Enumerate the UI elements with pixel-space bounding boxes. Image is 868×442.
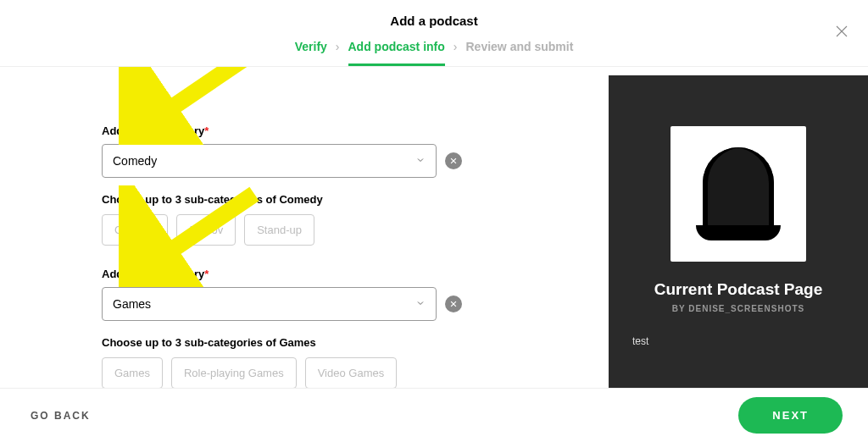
header: Add a podcast Verify › Add podcast info … bbox=[0, 0, 868, 67]
chevron-right-icon: › bbox=[453, 40, 458, 66]
podcast-cover bbox=[670, 126, 806, 262]
required-asterisk: * bbox=[204, 124, 209, 137]
subcat-chip[interactable]: Stand-up bbox=[244, 214, 314, 246]
chevron-right-icon: › bbox=[336, 40, 340, 66]
pop-filter-icon bbox=[696, 147, 781, 240]
subcat-chip[interactable]: Games bbox=[102, 357, 163, 389]
category2-sub-label: Choose up to 3 sub-categories of Games bbox=[102, 336, 592, 349]
required-asterisk: * bbox=[204, 268, 209, 280]
podcast-title: Current Podcast Page bbox=[654, 280, 823, 299]
category2-subs: Games Role-playing Games Video Games bbox=[102, 357, 592, 389]
close-icon bbox=[449, 300, 458, 308]
category1-select[interactable]: Comedy bbox=[102, 144, 437, 178]
next-button[interactable]: NEXT bbox=[738, 397, 843, 434]
form-panel: Additional category* Comedy Choose up to… bbox=[0, 67, 609, 399]
close-icon bbox=[834, 24, 849, 39]
chevron-down-icon bbox=[415, 297, 426, 311]
subcat-chip[interactable]: Video Games bbox=[305, 357, 398, 389]
category1-sub-label: Choose up to 3 sub-categories of Comedy bbox=[102, 193, 592, 206]
preview-panel: Current Podcast Page BY DENISE_SCREENSHO… bbox=[609, 75, 868, 399]
category2-label: Additional category* bbox=[102, 268, 592, 280]
category1-value: Comedy bbox=[113, 154, 157, 168]
podcast-description: test bbox=[632, 335, 648, 347]
step-verify[interactable]: Verify bbox=[295, 40, 327, 66]
category1-label: Additional category* bbox=[102, 124, 592, 137]
go-back-button[interactable]: GO BACK bbox=[31, 410, 91, 422]
category1-subs: Comedy Improv Stand-up bbox=[102, 214, 592, 246]
subcat-chip[interactable]: Comedy bbox=[102, 214, 168, 246]
category2-select[interactable]: Games bbox=[102, 287, 437, 321]
subcat-chip[interactable]: Improv bbox=[176, 214, 236, 246]
podcast-byline: BY DENISE_SCREENSHOTS bbox=[672, 304, 804, 313]
close-icon bbox=[449, 157, 458, 165]
step-add-info[interactable]: Add podcast info bbox=[348, 40, 445, 66]
chevron-down-icon bbox=[415, 154, 426, 168]
main-area: Additional category* Comedy Choose up to… bbox=[0, 67, 868, 399]
category1-label-text: Additional category bbox=[102, 124, 204, 137]
category2-value: Games bbox=[113, 297, 151, 311]
footer: GO BACK NEXT bbox=[0, 388, 868, 442]
category2-label-text: Additional category bbox=[102, 268, 204, 280]
svg-line-0 bbox=[148, 67, 254, 124]
category1-remove-button[interactable] bbox=[445, 152, 462, 169]
category2-remove-button[interactable] bbox=[445, 296, 462, 312]
subcat-chip[interactable]: Role-playing Games bbox=[171, 357, 297, 389]
stepper: Verify › Add podcast info › Review and s… bbox=[0, 40, 868, 67]
close-button[interactable] bbox=[834, 24, 849, 42]
step-review[interactable]: Review and submit bbox=[466, 40, 574, 66]
page-title: Add a podcast bbox=[0, 14, 868, 28]
